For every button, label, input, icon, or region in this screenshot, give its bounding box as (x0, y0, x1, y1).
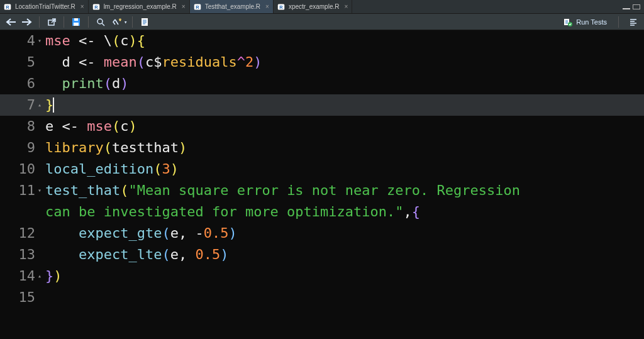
close-icon[interactable]: × (80, 3, 84, 10)
fold-icon[interactable]: ▴ (38, 94, 42, 116)
code[interactable]: local_edition(3) (39, 158, 179, 180)
toolbar-left: ▾ (4, 16, 152, 28)
fold-icon[interactable]: ▾ (38, 30, 42, 52)
code[interactable]: expect_lte(e, 0.5) (39, 244, 228, 265)
code[interactable]: expect_gte(e, -0.5) (39, 223, 237, 244)
gutter: 11▾ (0, 180, 39, 201)
svg-rect-11 (74, 23, 79, 26)
code[interactable]: e <- mse(c) (39, 116, 137, 137)
minimize-icon[interactable] (623, 4, 630, 9)
tab-label: lm_regression_example.R (104, 3, 177, 10)
fold-icon[interactable]: ▴ (38, 265, 42, 287)
tab-bar: R LocationTrialTwitter.R × R lm_regressi… (0, 0, 644, 14)
code[interactable]: print(d) (39, 73, 128, 94)
svg-rect-10 (74, 18, 78, 21)
maximize-icon[interactable] (633, 4, 640, 9)
code[interactable]: d <- mean(c$residuals^2) (39, 52, 262, 73)
code[interactable]: }) (39, 265, 62, 287)
code-line: 11▾test_that("Mean square error is not n… (0, 180, 644, 201)
code[interactable]: library(testthat) (39, 137, 187, 158)
forward-button[interactable] (20, 16, 34, 28)
svg-text:R: R (94, 4, 98, 10)
gutter: 13 (0, 244, 39, 265)
gutter: 6 (0, 73, 39, 94)
fold-icon[interactable]: ▾ (38, 180, 42, 201)
run-tests-label: Run Tests (576, 18, 607, 26)
svg-rect-14 (142, 18, 148, 26)
window-controls (623, 4, 644, 9)
code-line: 12 expect_gte(e, -0.5) (0, 223, 644, 244)
svg-point-12 (97, 19, 103, 24)
code-line-current: 7▴} (0, 94, 644, 116)
editor[interactable]: 4▾mse <- \(c){ 5 d <- mean(c$residuals^2… (0, 30, 644, 339)
save-button[interactable] (69, 16, 83, 28)
code-line: 4▾mse <- \(c){ (0, 30, 644, 52)
tab-label: xpectr_example.R (289, 3, 340, 10)
outline-toggle-button[interactable] (626, 16, 640, 28)
find-button[interactable] (94, 16, 108, 28)
tab-locationtrialtwitter[interactable]: R LocationTrialTwitter.R × (0, 0, 89, 13)
document-outline-button[interactable] (138, 16, 152, 28)
toolbar-right: Run Tests (560, 16, 640, 28)
gutter: 10 (0, 158, 39, 180)
tab-label: Testthat_example.R (205, 3, 260, 10)
code-line: 14▴}) (0, 265, 644, 287)
gutter: 15 (0, 287, 39, 308)
gutter: 14▴ (0, 265, 39, 287)
close-icon[interactable]: × (344, 3, 348, 10)
close-icon[interactable]: × (265, 3, 269, 10)
cursor (53, 97, 54, 113)
gutter: 9 (0, 137, 39, 158)
svg-text:R: R (6, 4, 9, 10)
gutter: 7▴ (0, 94, 39, 116)
gutter: 8 (0, 116, 39, 137)
run-tests-icon (564, 18, 572, 26)
gutter: 12 (0, 223, 39, 244)
svg-text:R: R (196, 4, 199, 10)
code-line: can be investigated for more optimizatio… (0, 201, 644, 223)
show-in-new-window-button[interactable] (45, 16, 58, 28)
r-file-icon: R (194, 3, 201, 11)
tab-lm-regression[interactable]: R lm_regression_example.R × (89, 0, 190, 13)
code[interactable] (39, 287, 45, 308)
gutter: 4▾ (0, 30, 39, 52)
svg-text:R: R (279, 4, 283, 10)
gutter (0, 201, 39, 223)
code-tools-button[interactable] (110, 16, 124, 28)
code-line: 5 d <- mean(c$residuals^2) (0, 52, 644, 73)
code-line: 9library(testthat) (0, 137, 644, 158)
code-line: 13 expect_lte(e, 0.5) (0, 244, 644, 265)
run-tests-button[interactable]: Run Tests (560, 16, 611, 28)
code-line: 8e <- mse(c) (0, 116, 644, 137)
tab-testthat-example[interactable]: R Testthat_example.R × (190, 0, 274, 13)
close-icon[interactable]: × (182, 3, 186, 10)
r-file-icon: R (277, 3, 285, 11)
back-button[interactable] (4, 16, 18, 28)
r-file-icon: R (92, 3, 100, 11)
tab-xpectr-example[interactable]: R xpectr_example.R × (274, 0, 352, 13)
toolbar: ▾ Run Tests (0, 14, 644, 30)
code[interactable]: mse <- \(c){ (39, 30, 145, 52)
r-file-icon: R (4, 3, 11, 11)
code-line: 10local_edition(3) (0, 158, 644, 180)
code[interactable]: test_that("Mean square error is not near… (39, 180, 528, 201)
gutter: 5 (0, 52, 39, 73)
tab-label: LocationTrialTwitter.R (15, 3, 75, 10)
code-line: 15 (0, 287, 644, 308)
code-line: 6 print(d) (0, 73, 644, 94)
code[interactable]: can be investigated for more optimizatio… (39, 201, 420, 223)
